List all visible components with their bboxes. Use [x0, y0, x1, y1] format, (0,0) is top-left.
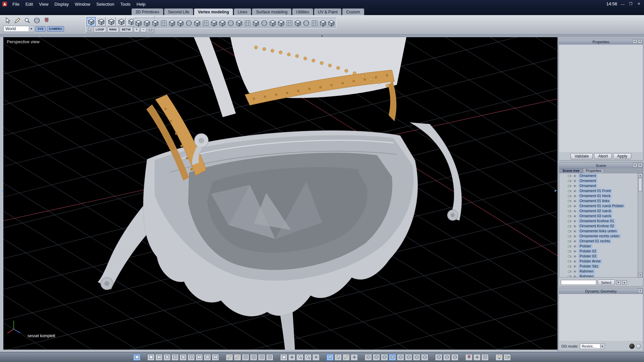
symmetry-tool-icon[interactable] [277, 19, 285, 27]
tab-3d-primitives[interactable]: 3D Primitives [131, 8, 163, 15]
select-cursor-icon[interactable] [326, 354, 334, 361]
tunnel-tool-icon[interactable] [210, 19, 218, 27]
visibility-toggle-icon[interactable] [573, 209, 577, 213]
scene-tree-item[interactable]: Ornament [559, 183, 638, 188]
abort-button[interactable]: Abort [594, 153, 612, 159]
render-toggle-icon[interactable] [568, 269, 572, 274]
vertex-table-icon[interactable] [266, 354, 273, 361]
visibility-toggle-icon[interactable] [573, 249, 577, 253]
layout-two-stacked-icon[interactable] [204, 354, 211, 361]
render-toggle-icon[interactable] [568, 199, 572, 203]
pick-tool-icon[interactable] [42, 16, 51, 25]
visibility-toggle-icon[interactable] [573, 269, 577, 274]
visibility-toggle-icon[interactable] [573, 179, 577, 183]
scene-tree-item[interactable]: Ornamente rechts unten [559, 234, 638, 239]
dg-mode-dropdown[interactable]: Restric... ▼ [580, 344, 605, 349]
visibility-toggle-icon[interactable] [573, 234, 577, 238]
dg-preview-sphere-light[interactable] [636, 344, 641, 349]
scene-tree-item[interactable]: Ornament Krohne 02 [559, 224, 638, 229]
visibility-toggle-icon[interactable] [573, 214, 577, 218]
world-space-dropdown[interactable]: World ▼ [3, 26, 34, 32]
scene-properties-tab[interactable]: Properties [583, 168, 604, 173]
zoom-out-icon[interactable] [304, 354, 312, 361]
camera-view-icon[interactable] [503, 354, 511, 361]
minimize-button[interactable]: — [619, 1, 626, 7]
render-toggle-icon[interactable] [568, 234, 572, 238]
scene-tree-item[interactable]: Ornament 01 Front [559, 188, 638, 193]
viewport-maximize-icon[interactable] [133, 354, 141, 361]
render-toggle-icon[interactable] [568, 204, 572, 208]
layout-three-right-icon[interactable] [196, 354, 203, 361]
annotate-pen-icon[interactable] [226, 354, 233, 361]
tab-surface-modeling[interactable]: Surface modeling [252, 8, 291, 15]
bridge-tool-icon[interactable] [202, 19, 210, 27]
layout-two-horizontal-icon[interactable] [163, 354, 171, 361]
display-textured-icon[interactable] [397, 354, 404, 361]
between-button[interactable]: BETW [120, 27, 133, 32]
dg-preview-sphere-dark[interactable] [629, 344, 635, 349]
xyz-button[interactable]: XYZ [36, 26, 46, 32]
scene-tree-item[interactable]: Ornament 01 links [559, 198, 638, 203]
render-toggle-icon[interactable] [568, 249, 572, 253]
point-mode-icon[interactable] [87, 17, 96, 26]
panel-collapse-icon[interactable]: ▾ [633, 39, 637, 44]
select-tool-icon[interactable] [3, 16, 12, 25]
notes-icon[interactable] [234, 354, 241, 361]
thickness-tool-icon[interactable] [269, 19, 277, 27]
select-button[interactable]: Select [598, 280, 615, 285]
scene-tree-item[interactable]: Polster 02 [559, 249, 638, 254]
visibility-toggle-icon[interactable] [573, 174, 577, 178]
scene-tree-item[interactable]: Polster Sitz [559, 264, 638, 269]
rotate-tool-icon[interactable] [143, 19, 151, 27]
lasso-tool-icon[interactable] [13, 16, 22, 25]
offset-tool-icon[interactable] [168, 19, 176, 27]
grid-display-icon[interactable] [242, 354, 249, 361]
smooth-tool-icon[interactable] [260, 19, 268, 27]
tree-collapse-icon[interactable]: ▲ [622, 280, 627, 285]
visibility-toggle-icon[interactable] [573, 264, 577, 268]
panel-collapse-icon[interactable]: ▾ [638, 289, 642, 293]
left-panel-handle[interactable]: ◄ [0, 189, 4, 192]
menu-display[interactable]: Display [51, 1, 72, 7]
render-toggle-icon[interactable] [568, 254, 572, 258]
render-toggle-icon[interactable] [568, 275, 572, 278]
sweep-tool-icon[interactable] [327, 19, 335, 27]
scene-tree-item[interactable]: Polster 03 [559, 254, 638, 259]
layout-single-icon[interactable] [147, 354, 155, 361]
tab-custom[interactable]: Custom [342, 8, 364, 15]
render-toggle-icon[interactable] [568, 219, 572, 223]
close-button[interactable]: ✕ [635, 1, 642, 7]
viewport-canvas[interactable] [3, 37, 557, 350]
scene-tree-scrollbar[interactable]: ▲ ▼ [638, 173, 642, 277]
tessellate-tool-icon[interactable] [244, 19, 252, 27]
menu-selection[interactable]: Selection [93, 1, 117, 7]
render-toggle-icon[interactable] [568, 209, 572, 213]
render-toggle-icon[interactable] [568, 244, 572, 248]
display-flat-icon[interactable] [381, 354, 388, 361]
quadrangulate-tool-icon[interactable] [319, 19, 327, 27]
scene-tree-item[interactable]: Polster Arme [559, 259, 638, 264]
render-toggle-icon[interactable] [568, 239, 572, 243]
tab-uv-paint[interactable]: UV & Paint [314, 8, 342, 15]
scene-tree-item[interactable]: Ornament Krohne 01 [559, 219, 638, 224]
layout-three-bottom-icon[interactable] [179, 354, 187, 361]
edge-mode-icon[interactable] [97, 17, 106, 26]
visibility-toggle-icon[interactable] [573, 254, 577, 258]
stretch-tool-icon[interactable] [160, 19, 168, 27]
display-outline-icon[interactable] [421, 354, 428, 361]
menu-edit[interactable]: Edit [22, 1, 36, 7]
scene-tree-item[interactable]: Rahmen [559, 274, 638, 278]
render-toggle-icon[interactable] [568, 174, 572, 178]
tab-lines[interactable]: Lines [234, 8, 252, 15]
layout-three-left-icon[interactable] [171, 354, 179, 361]
loop-mode-icon[interactable] [117, 17, 126, 26]
frame-all-icon[interactable] [280, 354, 287, 361]
panel-collapse-icon[interactable]: ▾ [633, 163, 637, 167]
extrude-surface-icon[interactable] [176, 19, 184, 27]
visibility-toggle-icon[interactable] [573, 259, 577, 263]
shading-high-icon[interactable] [451, 354, 459, 361]
uv-grid-icon[interactable] [250, 354, 257, 361]
shading-low-icon[interactable] [435, 354, 442, 361]
visibility-toggle-icon[interactable] [573, 189, 577, 193]
visibility-toggle-icon[interactable] [573, 275, 577, 278]
